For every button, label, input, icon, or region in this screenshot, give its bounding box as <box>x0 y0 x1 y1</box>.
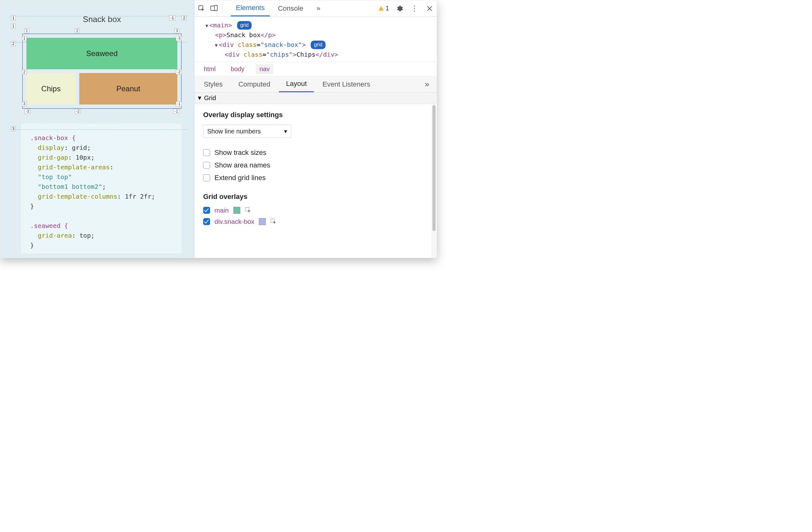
checkbox-extend-grid-lines[interactable]: Extend grid lines <box>203 174 428 182</box>
gear-icon[interactable] <box>395 4 404 13</box>
checkbox-icon <box>203 149 210 156</box>
tabs-overflow[interactable]: » <box>311 0 325 16</box>
layout-grid-section: Overlay display settings Show line numbe… <box>194 104 437 258</box>
grid-line-number: -3 <box>176 36 182 41</box>
breadcrumb-body[interactable]: body <box>227 64 248 74</box>
grid-line-number: 1 <box>25 28 29 33</box>
subtabs-overflow[interactable]: » <box>420 79 434 89</box>
breadcrumb-html[interactable]: html <box>200 64 219 74</box>
checkbox-label: Show track sizes <box>215 149 266 157</box>
grid-cell-chips: Chips <box>26 73 75 104</box>
grid-line-number: -1 <box>176 101 182 107</box>
grid-line-number: -1 <box>173 109 179 114</box>
grid-line-number: 1 <box>11 15 16 20</box>
checkbox-show-area-names[interactable]: Show area names <box>203 161 428 169</box>
subtab-styles[interactable]: Styles <box>197 76 230 92</box>
select-value: Show line numbers <box>207 128 261 135</box>
checkbox-show-track-sizes[interactable]: Show track sizes <box>203 149 428 157</box>
checkbox-label: Extend grid lines <box>215 174 266 182</box>
color-swatch[interactable] <box>259 218 266 225</box>
warning-count: 1 <box>386 5 389 12</box>
subtab-computed[interactable]: Computed <box>231 76 277 92</box>
styles-subtabs: Styles Computed Layout Event Listeners » <box>194 76 437 93</box>
grid-line-number: 1 <box>11 24 16 29</box>
checkbox-icon <box>203 218 210 225</box>
grid-line-number: -1 <box>169 15 175 20</box>
grid-line-number: 3 <box>175 28 179 33</box>
color-swatch[interactable] <box>233 207 240 214</box>
grid-line-number: 1 <box>22 36 27 41</box>
grid-line-number: 3 <box>11 126 16 131</box>
overlay-name: main <box>215 207 229 214</box>
breadcrumb-nav[interactable]: nav <box>256 64 273 74</box>
grid-line-number: -2 <box>75 109 81 114</box>
scrollbar[interactable] <box>432 104 436 258</box>
checkbox-icon <box>203 207 210 214</box>
grid-section-header[interactable]: ▶Grid <box>194 93 437 104</box>
svg-rect-2 <box>215 5 217 11</box>
grid-line-number: -2 <box>176 70 182 74</box>
highlight-icon[interactable] <box>245 207 251 214</box>
grid-line-number: 2 <box>11 41 16 46</box>
snack-box-grid: 1 2 3 1 2 3 -3 -2 -1 -3 -2 -1 Seaweed Ch… <box>22 34 182 109</box>
device-toggle-icon[interactable] <box>209 4 219 13</box>
grid-line-number: -3 <box>25 109 30 114</box>
grid-line-number: 2 <box>182 15 187 20</box>
css-code-block: .snack-box { display: grid; grid-gap: 10… <box>20 124 182 253</box>
devtools-tabbar: Elements Console » 1 ⋮ <box>194 0 437 17</box>
grid-cell-seaweed: Seaweed <box>26 38 177 69</box>
grid-cell-peanut: Peanut <box>79 73 177 104</box>
grid-line-number: 3 <box>22 101 27 107</box>
checkbox-label: Show area names <box>215 161 270 169</box>
dom-tree[interactable]: ▶<main> grid <p>Snack box</p> ▶<div clas… <box>194 17 437 62</box>
grid-overlay-snack-box[interactable]: div.snack-box <box>203 218 428 225</box>
inspect-icon[interactable] <box>197 4 206 13</box>
subtab-event-listeners[interactable]: Event Listeners <box>316 76 377 92</box>
rendered-page: 1 -1 2 1 2 3 Snack box 1 2 3 1 2 3 -3 -2… <box>0 0 194 258</box>
grid-overlay-main[interactable]: main <box>203 207 428 214</box>
highlight-icon[interactable] <box>270 218 277 225</box>
checkbox-icon <box>203 162 210 169</box>
grid-section-title: Grid <box>204 95 216 102</box>
overlay-settings-heading: Overlay display settings <box>203 111 428 119</box>
subtab-layout[interactable]: Layout <box>279 76 314 92</box>
chevron-down-icon: ▾ <box>284 127 287 135</box>
warning-badge[interactable]: 1 <box>378 5 389 12</box>
grid-line-number: 2 <box>75 28 79 33</box>
tab-elements[interactable]: Elements <box>231 0 270 16</box>
line-numbers-select[interactable]: Show line numbers ▾ <box>203 125 291 138</box>
kebab-menu-icon[interactable]: ⋮ <box>410 4 419 13</box>
checkbox-icon <box>203 174 210 181</box>
overlay-name: div.snack-box <box>215 218 255 225</box>
close-icon[interactable] <box>425 4 434 13</box>
grid-line-number: 2 <box>22 70 27 74</box>
devtools-panel: Elements Console » 1 ⋮ ▶<main> grid <p>S… <box>194 0 437 258</box>
tab-console[interactable]: Console <box>273 0 308 16</box>
grid-overlays-heading: Grid overlays <box>203 193 428 201</box>
breadcrumb: html body nav <box>194 62 437 76</box>
